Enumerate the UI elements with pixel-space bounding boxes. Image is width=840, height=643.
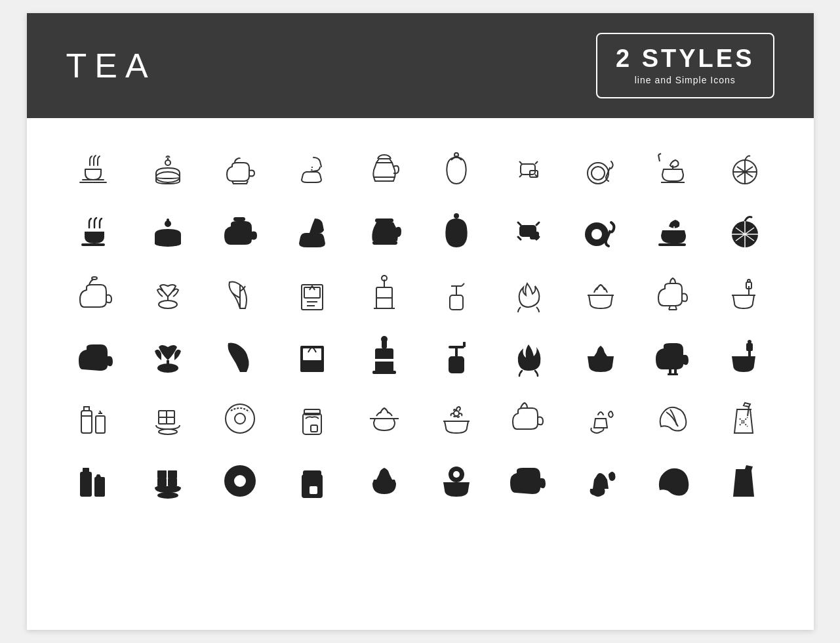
svg-line-11	[658, 154, 661, 155]
croissant-outline	[640, 390, 706, 446]
pouring-cup2-solid	[568, 453, 633, 508]
svg-rect-100	[157, 478, 167, 486]
tea-bag-sack-outline	[424, 141, 489, 197]
tea-leaves-bowl-solid	[351, 453, 417, 508]
svg-rect-69	[463, 342, 466, 347]
svg-rect-76	[81, 411, 92, 433]
icon-row-1	[60, 138, 781, 200]
page-wrapper: TEA 2 STYLES line and Simple Icons	[27, 13, 814, 630]
svg-point-64	[381, 336, 388, 342]
svg-rect-99	[94, 477, 105, 497]
herb-tea-cup-outline	[568, 266, 633, 322]
svg-point-24	[454, 213, 459, 218]
svg-line-94	[748, 407, 749, 416]
lemon-solid	[712, 203, 778, 259]
svg-rect-47	[450, 295, 463, 310]
french-press-outline	[351, 266, 417, 322]
svg-point-36	[92, 277, 97, 280]
svg-rect-5	[521, 164, 535, 175]
iced-tea-outline	[712, 390, 778, 446]
pouring-tea-solid	[279, 203, 345, 259]
icon-row-2	[60, 200, 781, 262]
svg-rect-17	[81, 243, 105, 246]
svg-rect-81	[167, 417, 174, 424]
svg-rect-77	[96, 416, 105, 433]
cake-outline	[135, 141, 201, 197]
leaf-branch-solid	[207, 328, 273, 384]
svg-point-28	[591, 229, 602, 239]
tea-cup-steam-solid	[63, 203, 129, 259]
plate-solid	[568, 203, 633, 259]
icon-row-6	[60, 449, 781, 512]
flower-tea-cup-solid	[424, 453, 489, 508]
fire-herb-outline	[496, 266, 561, 322]
kettle-solid	[351, 203, 417, 259]
svg-rect-26	[530, 232, 539, 239]
tea-bag-hanging-outline	[424, 266, 489, 322]
teapot-outline	[207, 141, 273, 197]
svg-rect-21	[233, 217, 245, 221]
svg-point-7	[588, 163, 609, 184]
croissant-solid	[640, 453, 706, 508]
icon-row-3	[60, 262, 781, 325]
svg-rect-62	[375, 359, 393, 362]
svg-rect-65	[372, 371, 396, 374]
svg-point-37	[159, 301, 177, 308]
teapot2-solid	[63, 328, 129, 384]
svg-rect-29	[658, 243, 686, 246]
lotus-tea-solid	[135, 328, 201, 384]
svg-rect-41	[304, 287, 320, 298]
svg-point-92	[454, 411, 459, 416]
svg-rect-97	[80, 472, 92, 497]
svg-rect-98	[83, 468, 89, 473]
cake-solid	[135, 203, 201, 259]
candy-solid	[496, 203, 561, 259]
svg-point-106	[234, 475, 246, 487]
svg-rect-101	[168, 478, 177, 486]
svg-rect-68	[449, 346, 464, 348]
leaf-branch-outline	[207, 266, 273, 322]
svg-point-4	[454, 153, 458, 157]
svg-rect-102	[157, 470, 167, 478]
header: TEA 2 STYLES line and Simple Icons	[27, 13, 814, 118]
badge-big-text: 2 STYLES	[616, 46, 755, 71]
svg-rect-20	[167, 218, 169, 224]
icon-row-5	[60, 387, 781, 449]
lemon-outline	[712, 141, 778, 197]
svg-point-8	[591, 167, 605, 180]
donut-solid	[207, 453, 273, 508]
svg-rect-58	[167, 360, 169, 368]
teapot2-outline	[63, 266, 129, 322]
candy-sugar-outline	[496, 141, 561, 197]
small-teapot-outline	[496, 390, 561, 446]
tea-box-solid	[279, 328, 345, 384]
jam-jar-solid	[279, 453, 345, 508]
svg-rect-103	[168, 470, 177, 478]
electric-kettle-outline	[640, 266, 706, 322]
svg-rect-22	[375, 218, 393, 222]
svg-rect-66	[449, 356, 464, 373]
svg-point-56	[748, 280, 750, 282]
icons-area	[27, 118, 814, 531]
cup-tag-solid	[712, 328, 778, 384]
small-teapot-solid	[496, 453, 561, 508]
svg-line-96	[740, 417, 748, 425]
jam-jar-outline	[279, 390, 345, 446]
pouring-cup2-outline	[568, 390, 633, 446]
sugar-cubes-solid	[135, 453, 201, 508]
svg-point-1	[165, 160, 170, 165]
milk-glass-solid	[63, 453, 129, 508]
kettle-outline	[351, 141, 417, 197]
svg-point-104	[157, 492, 178, 499]
tea-sack-solid	[424, 203, 489, 259]
electric-kettle-solid	[640, 328, 706, 384]
lotus-tea-outline	[135, 266, 201, 322]
svg-rect-72	[668, 373, 678, 375]
svg-rect-73	[746, 343, 753, 351]
tea-box-outline	[279, 266, 345, 322]
svg-rect-75	[748, 351, 751, 358]
plate-spoon-outline	[568, 141, 633, 197]
cup-tag-outline	[712, 266, 778, 322]
tea-leaf-cup-outline	[640, 141, 706, 197]
page-title: TEA	[66, 46, 156, 85]
